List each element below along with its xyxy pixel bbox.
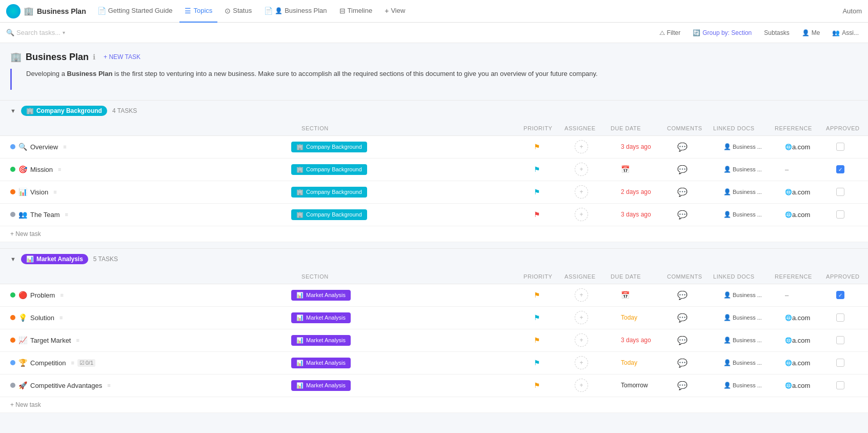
filter-button[interactable]: ⧍ Filter: [656, 28, 684, 38]
task-approved-cell[interactable]: ✓: [832, 161, 868, 178]
task-section-pill[interactable]: 🏢 Company Background: [291, 164, 367, 175]
search-box[interactable]: 🔍 Search tasks... ▾: [6, 29, 88, 36]
task-priority-cell[interactable]: ⚑: [530, 287, 571, 303]
assignees-button[interactable]: 👥 Assi...: [829, 28, 862, 38]
approved-checkbox[interactable]: [836, 143, 844, 151]
assignee-add-button[interactable]: +: [575, 288, 588, 302]
task-approved-cell[interactable]: [832, 206, 868, 223]
tab-business-plan[interactable]: 📄 👤 Business Plan: [259, 0, 332, 23]
new-task-row-company-background[interactable]: + New task: [0, 226, 868, 242]
task-approved-cell[interactable]: [832, 139, 868, 155]
assignee-add-button[interactable]: +: [575, 356, 588, 369]
task-priority-cell[interactable]: ⚑: [530, 377, 571, 393]
assignee-add-button[interactable]: +: [575, 379, 588, 392]
task-section-pill[interactable]: 📊 Market Analysis: [291, 380, 351, 391]
approved-checkbox[interactable]: [836, 210, 844, 219]
task-name[interactable]: Mission: [30, 166, 53, 173]
task-priority-cell[interactable]: ⚑: [530, 309, 571, 326]
task-section-pill[interactable]: 🏢 Company Background: [291, 209, 367, 220]
section-badge-company-background[interactable]: 🏢 Company Background: [21, 106, 107, 116]
task-name[interactable]: Competition: [30, 359, 66, 367]
task-comments-cell[interactable]: 💬: [673, 331, 719, 349]
task-menu-icon[interactable]: ≡: [53, 189, 56, 195]
task-name[interactable]: Overview: [30, 143, 58, 151]
section-toggle-market-analysis[interactable]: ▼: [10, 256, 16, 262]
task-name[interactable]: Problem: [30, 291, 55, 299]
assignee-add-button[interactable]: +: [575, 185, 588, 199]
subtasks-button[interactable]: Subtasks: [761, 28, 792, 38]
task-section-pill[interactable]: 🏢 Company Background: [291, 187, 367, 198]
task-comments-cell[interactable]: 💬: [673, 206, 719, 224]
task-comments-cell[interactable]: 💬: [673, 161, 719, 179]
approved-checkbox[interactable]: [836, 359, 844, 367]
task-priority-cell[interactable]: ⚑: [530, 184, 571, 200]
approved-checkbox[interactable]: ✓: [836, 291, 844, 299]
assignee-add-button[interactable]: +: [575, 311, 588, 324]
tab-getting-started[interactable]: 📄 Getting Started Guide: [92, 0, 178, 23]
group-by-button[interactable]: 🔄 Group by: Section: [690, 28, 755, 38]
task-menu-icon[interactable]: ≡: [59, 314, 63, 321]
task-comments-cell[interactable]: 💬: [673, 309, 719, 327]
approved-checkbox[interactable]: [836, 381, 844, 389]
task-section-pill[interactable]: 📊 Market Analysis: [291, 358, 351, 368]
assignee-add-button[interactable]: +: [575, 208, 588, 221]
task-linked-docs-cell[interactable]: 👤 Business ...: [719, 184, 781, 200]
new-task-button[interactable]: + NEW TASK: [99, 52, 145, 62]
task-priority-cell[interactable]: ⚑: [530, 332, 571, 348]
task-approved-cell[interactable]: ✓: [832, 287, 868, 303]
tab-topics[interactable]: ☰ Topics: [179, 0, 217, 23]
task-comments-cell[interactable]: 💬: [673, 377, 719, 395]
section-badge-market-analysis[interactable]: 📊 Market Analysis: [21, 254, 88, 264]
assignee-add-button[interactable]: +: [575, 163, 588, 176]
task-comments-cell[interactable]: 💬: [673, 183, 719, 201]
task-name[interactable]: Solution: [30, 314, 54, 322]
task-name[interactable]: Target Market: [30, 337, 71, 344]
assignee-add-button[interactable]: +: [575, 140, 588, 153]
new-task-row-market-analysis[interactable]: + New task: [0, 397, 868, 413]
me-button[interactable]: 👤 Me: [799, 28, 823, 38]
task-comments-cell[interactable]: 💬: [673, 286, 719, 304]
info-icon[interactable]: ℹ: [93, 53, 95, 61]
assignee-add-button[interactable]: +: [575, 333, 588, 347]
task-approved-cell[interactable]: [832, 332, 868, 348]
task-linked-docs-cell[interactable]: 👤 Business ...: [719, 378, 781, 393]
approved-checkbox[interactable]: [836, 336, 844, 344]
task-section-pill[interactable]: 🏢 Company Background: [291, 142, 367, 152]
tab-view[interactable]: + View: [379, 0, 410, 23]
task-approved-cell[interactable]: [832, 184, 868, 200]
task-name[interactable]: Competitive Advantages: [30, 382, 102, 389]
task-approved-cell[interactable]: [832, 355, 868, 371]
task-linked-docs-cell[interactable]: 👤 Business ...: [719, 332, 781, 348]
section-toggle-company-background[interactable]: ▼: [10, 108, 16, 114]
approved-checkbox[interactable]: [836, 188, 844, 196]
tab-status[interactable]: ⊙ Status: [219, 0, 257, 23]
task-name[interactable]: Vision: [30, 188, 48, 196]
task-priority-cell[interactable]: ⚑: [530, 139, 571, 155]
task-menu-icon[interactable]: ≡: [65, 211, 68, 218]
task-menu-icon[interactable]: ≡: [107, 382, 110, 388]
task-linked-docs-cell[interactable]: 👤 Business ...: [719, 207, 781, 222]
task-name[interactable]: The Team: [30, 211, 60, 219]
task-priority-cell[interactable]: ⚑: [530, 206, 571, 223]
task-comments-cell[interactable]: 💬: [673, 354, 719, 372]
task-menu-icon[interactable]: ≡: [58, 166, 61, 172]
task-linked-docs-cell[interactable]: 👤 Business ...: [719, 355, 781, 370]
task-section-pill[interactable]: 📊 Market Analysis: [291, 335, 351, 346]
task-approved-cell[interactable]: [832, 309, 868, 326]
task-section-pill[interactable]: 📊 Market Analysis: [291, 290, 351, 301]
task-comments-cell[interactable]: 💬: [673, 138, 719, 156]
task-linked-docs-cell[interactable]: 👤 Business ...: [719, 139, 781, 154]
task-linked-docs-cell[interactable]: 👤 Business ...: [719, 162, 781, 177]
approved-checkbox[interactable]: ✓: [836, 165, 844, 173]
task-priority-cell[interactable]: ⚑: [530, 161, 571, 178]
task-menu-icon[interactable]: ≡: [71, 360, 74, 366]
task-menu-icon[interactable]: ≡: [60, 292, 63, 298]
task-priority-cell[interactable]: ⚑: [530, 355, 571, 371]
tab-timeline[interactable]: ⊟ Timeline: [334, 0, 378, 23]
approved-checkbox[interactable]: [836, 313, 844, 322]
task-linked-docs-cell[interactable]: 👤 Business ...: [719, 310, 781, 325]
task-linked-docs-cell[interactable]: 👤 Business ...: [719, 287, 781, 303]
task-menu-icon[interactable]: ≡: [63, 144, 66, 150]
task-section-pill[interactable]: 📊 Market Analysis: [291, 312, 351, 323]
task-menu-icon[interactable]: ≡: [76, 337, 79, 343]
